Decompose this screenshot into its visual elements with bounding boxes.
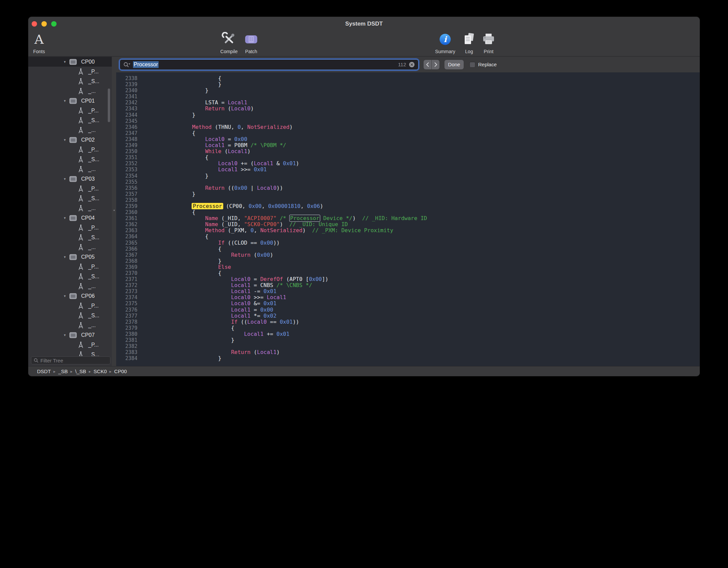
tree-group-cp03[interactable]: ▼CP03 — [28, 174, 112, 184]
code-line[interactable]: } — [153, 81, 700, 87]
breadcrumb-item[interactable]: _SB — [58, 368, 68, 374]
tree-item[interactable]: _P... — [28, 184, 112, 193]
tree-item[interactable]: _P... — [28, 301, 112, 311]
code-line[interactable]: Local1 = CNBS /* \CNBS */ — [153, 282, 700, 288]
code-line[interactable]: Return ((0x00 | Local0)) — [153, 185, 700, 191]
tree-group-cp05[interactable]: ▼CP05 — [28, 252, 112, 262]
code-line[interactable] — [153, 197, 700, 203]
tree-item[interactable]: _S... — [28, 76, 112, 86]
code-line[interactable]: { — [153, 234, 700, 240]
replace-option[interactable]: Replace — [469, 62, 497, 68]
tree-item[interactable]: _P... — [28, 223, 112, 233]
code-line[interactable]: } — [153, 258, 700, 264]
code-line[interactable]: { — [153, 75, 700, 81]
tree-item[interactable]: _S... — [28, 233, 112, 242]
code-line[interactable]: Local1 = P0BM /* \P0BM */ — [153, 142, 700, 148]
code-line[interactable]: } — [153, 173, 700, 179]
code-line[interactable]: LSTA = Local1 — [153, 100, 700, 106]
disclosure-triangle-icon[interactable]: ▼ — [63, 177, 69, 181]
tree-item[interactable]: _P... — [28, 340, 112, 350]
code-line[interactable] — [153, 343, 700, 349]
search-input[interactable]: Processor 112 — [120, 59, 419, 70]
tree-group-cp02[interactable]: ▼CP02 — [28, 135, 112, 145]
disclosure-triangle-icon[interactable]: ▼ — [63, 333, 69, 337]
code-line[interactable]: { — [153, 246, 700, 252]
code-line[interactable]: } — [153, 355, 700, 361]
breadcrumb-item[interactable]: DSDT — [37, 368, 51, 374]
code-line[interactable]: Method (THNU, 0, NotSerialized) — [153, 124, 700, 130]
tree-item[interactable]: _S... — [28, 272, 112, 281]
code-lines[interactable]: { } } LSTA = Local1 Return (Local0) } Me… — [141, 72, 700, 366]
code-line[interactable]: If ((Local0 == 0x01)) — [153, 319, 700, 325]
replace-checkbox[interactable] — [469, 62, 475, 68]
code-line[interactable]: Return (Local0) — [153, 106, 700, 112]
code-line[interactable]: Else — [153, 264, 700, 270]
tree-item[interactable]: _... — [28, 242, 112, 252]
code-line[interactable]: Local1 = 0x00 — [153, 307, 700, 313]
tree-item[interactable]: _S... — [28, 115, 112, 125]
tree-item[interactable]: _P... — [28, 262, 112, 272]
toolbar-print-button[interactable]: Print — [472, 30, 505, 54]
tree-item[interactable]: _S... — [28, 350, 112, 356]
code-line[interactable]: { — [153, 270, 700, 276]
filter-tree-field[interactable]: Filter Tree — [31, 356, 110, 364]
code-editor[interactable]: 2338233923402341234223432344234523462347… — [116, 72, 700, 366]
tree-item[interactable]: _S... — [28, 311, 112, 320]
disclosure-triangle-icon[interactable]: ▼ — [63, 138, 69, 142]
tree-item[interactable]: _... — [28, 281, 112, 291]
disclosure-triangle-icon[interactable]: ▼ — [63, 99, 69, 103]
disclosure-triangle-icon[interactable]: ▼ — [63, 255, 69, 259]
disclosure-triangle-icon[interactable]: ▼ — [63, 294, 69, 298]
code-line[interactable]: Local1 -= 0x01 — [153, 288, 700, 294]
code-line[interactable]: Return (Local1) — [153, 349, 700, 355]
tree-item[interactable]: _S... — [28, 154, 112, 164]
code-line[interactable]: Local0 += (Local1 & 0x01) — [153, 161, 700, 167]
previous-match-button[interactable] — [424, 60, 431, 69]
code-line[interactable]: } — [153, 87, 700, 94]
code-line[interactable] — [153, 179, 700, 185]
tree-group-cp04[interactable]: ▼CP04 — [28, 213, 112, 223]
code-line[interactable]: Name (_HID, "ACPI0007" /* Processor Devi… — [153, 215, 700, 221]
tree-item[interactable]: _S... — [28, 193, 112, 203]
code-line[interactable] — [153, 118, 700, 124]
code-line[interactable]: Processor (CP00, 0x00, 0x00001810, 0x06) — [153, 203, 700, 209]
next-match-button[interactable] — [432, 60, 439, 69]
code-line[interactable]: Local1 *= 0x02 — [153, 313, 700, 319]
code-line[interactable]: While (Local1) — [153, 148, 700, 154]
code-line[interactable]: { — [153, 154, 700, 161]
code-line[interactable]: Local1 >>= 0x01 — [153, 167, 700, 173]
code-line[interactable]: { — [153, 325, 700, 331]
code-line[interactable]: Name (_UID, "SCK0-CP00") // _UID: Unique… — [153, 221, 700, 227]
tree-item[interactable]: _P... — [28, 67, 112, 76]
done-button[interactable]: Done — [444, 60, 464, 69]
clear-search-button[interactable] — [409, 62, 415, 68]
code-line[interactable]: } — [153, 337, 700, 343]
toolbar-patch-button[interactable]: Patch — [235, 30, 267, 54]
tree-group-cp06[interactable]: ▼CP06 — [28, 291, 112, 301]
code-line[interactable]: Local1 += 0x01 — [153, 331, 700, 337]
pane-splitter[interactable] — [112, 57, 116, 366]
code-line[interactable]: Method (_PXM, 0, NotSerialized) // _PXM:… — [153, 227, 700, 234]
disclosure-triangle-icon[interactable]: ▼ — [63, 60, 69, 64]
code-line[interactable]: Return (0x00) — [153, 252, 700, 258]
tree-item[interactable]: _P... — [28, 145, 112, 154]
sidebar-scrollbar[interactable] — [108, 88, 110, 122]
breadcrumb-item[interactable]: CP00 — [114, 368, 127, 374]
tree-item[interactable]: _... — [28, 320, 112, 330]
code-line[interactable]: } — [153, 112, 700, 118]
breadcrumb-item[interactable]: SCK0 — [94, 368, 107, 374]
code-line[interactable]: Local0 = DerefOf (APT0 [0x00]) — [153, 276, 700, 282]
tree-group-cp00[interactable]: ▼CP00 — [28, 57, 112, 67]
code-line[interactable]: Local0 = 0x00 — [153, 136, 700, 142]
code-line[interactable]: Local0 >>= Local1 — [153, 294, 700, 300]
tree-item[interactable]: _... — [28, 203, 112, 213]
toolbar-fonts-button[interactable]: A Fonts — [28, 30, 55, 54]
tree-item[interactable]: _... — [28, 164, 112, 174]
breadcrumb-item[interactable]: \_SB — [75, 368, 86, 374]
tree-item[interactable]: _... — [28, 86, 112, 96]
tree-group-cp07[interactable]: ▼CP07 — [28, 330, 112, 340]
code-line[interactable]: { — [153, 130, 700, 136]
tree-item[interactable]: _... — [28, 125, 112, 135]
tree-item[interactable]: _P... — [28, 106, 112, 115]
tree-group-cp01[interactable]: ▼CP01 — [28, 96, 112, 106]
